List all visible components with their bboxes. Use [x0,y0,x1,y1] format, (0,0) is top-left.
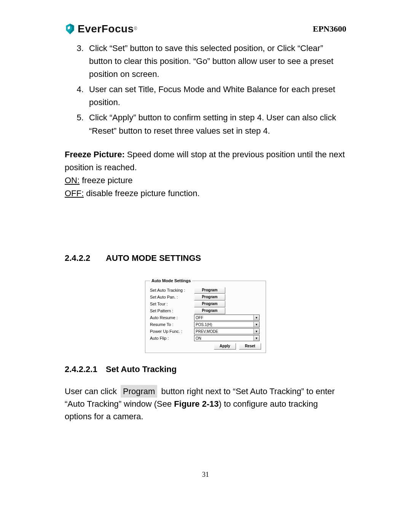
row-label: Set Auto Tracking : [150,288,194,292]
list-item: Click “Set” button to save this selected… [86,42,346,81]
freeze-on-label: ON: [65,176,80,185]
brand-logo: EverFocus® [65,23,137,35]
panel-legend: Auto Mode Settings [150,278,192,283]
program-button[interactable]: Program [194,287,225,294]
row-label: Power Up Func. : [150,329,194,334]
list-item: User can set Title, Focus Mode and White… [86,83,346,109]
power-up-func-dropdown[interactable]: PREV.MODE ▼ [194,328,260,334]
freeze-on-desc: freeze picture [80,176,132,185]
document-page: EverFocus® EPN3600 Click “Set” button to… [0,0,411,532]
panel-row: Set Pattern : Program [150,307,261,314]
section-number: 2.4.2.2 [65,253,106,263]
section-title: AUTO MODE SETTINGS [106,253,201,263]
panel-actions: Apply Reset [150,343,261,350]
subsection-paragraph: User can click Program button right next… [65,385,346,423]
auto-mode-settings-panel: Auto Mode Settings Set Auto Tracking : P… [145,278,266,353]
chevron-down-icon: ▼ [253,329,259,334]
flow-pre: User can click [65,387,119,396]
freeze-off-line: OFF: disable freeze picture function. [65,187,346,200]
program-button[interactable]: Program [194,301,225,307]
reset-button[interactable]: Reset [239,343,261,350]
freeze-title: Freeze Picture: [65,150,125,159]
panel-row: Set Auto Pan. : Program [150,294,261,300]
list-item: Click “Apply” button to confirm setting … [86,111,346,137]
dropdown-value: ON [196,336,201,340]
panel-row: Auto Flip : ON ▼ [150,335,261,342]
brand-mark-icon [65,23,75,35]
freeze-off-label: OFF: [65,189,84,198]
brand-text: EverFocus [78,23,134,35]
subsection-heading: 2.4.2.2.1Set Auto Tracking [65,364,346,374]
row-label: Auto Resume : [150,315,194,320]
program-button[interactable]: Program [194,308,225,314]
figure-reference: Figure 2-13 [174,399,218,409]
instruction-list: Click “Set” button to save this selected… [65,42,346,137]
chevron-down-icon: ▼ [253,315,259,320]
freeze-description-line: Freeze Picture: Speed dome will stop at … [65,148,346,174]
panel-row: Set Auto Tracking : Program [150,287,261,294]
page-header: EverFocus® EPN3600 [65,23,346,35]
row-label: Set Auto Pan. : [150,295,194,299]
row-label: Resume To : [150,322,194,327]
freeze-off-desc: disable freeze picture function. [84,189,200,198]
registered-mark-icon: ® [134,26,137,31]
panel-row: Auto Resume : OFF ▼ [150,314,261,321]
chevron-down-icon: ▼ [253,335,259,341]
page-number: 31 [0,471,411,479]
subsection-number: 2.4.2.2.1 [65,364,106,374]
panel-row: Power Up Func. : PREV.MODE ▼ [150,328,261,335]
dropdown-value: PREV.MODE [196,329,218,334]
panel-row: Resume To : POS.1(H) ▼ [150,321,261,328]
auto-flip-dropdown[interactable]: ON ▼ [194,335,260,341]
resume-to-dropdown[interactable]: POS.1(H) ▼ [194,321,260,328]
section-heading: 2.4.2.2AUTO MODE SETTINGS [65,253,346,263]
program-button[interactable]: Program [194,294,225,300]
apply-button[interactable]: Apply [214,343,236,350]
dropdown-value: OFF [196,316,203,320]
chevron-down-icon: ▼ [253,322,259,327]
inline-program-button: Program [121,385,157,398]
dropdown-value: POS.1(H) [196,323,212,327]
auto-resume-dropdown[interactable]: OFF ▼ [194,315,260,321]
freeze-on-line: ON: freeze picture [65,174,346,187]
screenshot-figure: Auto Mode Settings Set Auto Tracking : P… [65,278,346,353]
brand-name: EverFocus® [78,23,137,35]
panel-row: Set Tour : Program [150,300,261,307]
product-model: EPN3600 [313,24,346,34]
row-label: Set Pattern : [150,308,194,313]
row-label: Set Tour : [150,302,194,306]
freeze-picture-block: Freeze Picture: Speed dome will stop at … [65,148,346,200]
row-label: Auto Flip : [150,336,194,340]
subsection-title: Set Auto Tracking [106,364,177,374]
